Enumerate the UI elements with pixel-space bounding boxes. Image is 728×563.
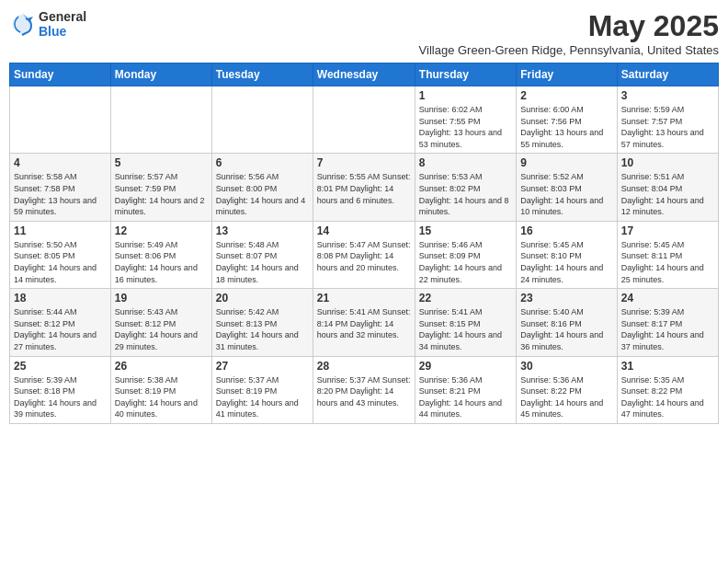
logo-text: General Blue <box>39 9 86 39</box>
day-info: Sunrise: 5:42 AM Sunset: 8:13 PM Dayligh… <box>216 306 309 352</box>
calendar-cell <box>211 86 313 154</box>
calendar-cell: 3Sunrise: 5:59 AM Sunset: 7:57 PM Daylig… <box>617 86 718 154</box>
day-info: Sunrise: 5:56 AM Sunset: 8:00 PM Dayligh… <box>216 171 309 217</box>
day-number: 27 <box>216 360 309 373</box>
day-number: 3 <box>621 89 714 102</box>
day-number: 8 <box>419 156 512 169</box>
day-info: Sunrise: 5:37 AM Sunset: 8:20 PM Dayligh… <box>317 374 411 409</box>
calendar-cell: 21Sunrise: 5:41 AM Sunset: 8:14 PM Dayli… <box>313 289 415 356</box>
calendar-cell: 23Sunrise: 5:40 AM Sunset: 8:16 PM Dayli… <box>517 289 617 356</box>
day-info: Sunrise: 5:51 AM Sunset: 8:04 PM Dayligh… <box>621 171 714 217</box>
header-tuesday: Tuesday <box>211 63 313 86</box>
calendar-cell: 11Sunrise: 5:50 AM Sunset: 8:05 PM Dayli… <box>10 221 111 288</box>
day-info: Sunrise: 5:41 AM Sunset: 8:14 PM Dayligh… <box>317 306 411 341</box>
calendar-row-5: 25Sunrise: 5:39 AM Sunset: 8:18 PM Dayli… <box>10 356 719 423</box>
day-number: 10 <box>621 156 714 169</box>
day-number: 31 <box>621 360 714 373</box>
calendar-cell: 24Sunrise: 5:39 AM Sunset: 8:17 PM Dayli… <box>617 289 718 356</box>
location-subtitle: Village Green-Green Ridge, Pennsylvania,… <box>419 43 719 57</box>
calendar-row-3: 11Sunrise: 5:50 AM Sunset: 8:05 PM Dayli… <box>10 221 719 288</box>
day-info: Sunrise: 5:50 AM Sunset: 8:05 PM Dayligh… <box>14 239 107 285</box>
calendar-cell: 10Sunrise: 5:51 AM Sunset: 8:04 PM Dayli… <box>617 154 718 221</box>
calendar-cell: 9Sunrise: 5:52 AM Sunset: 8:03 PM Daylig… <box>517 154 617 221</box>
day-number: 29 <box>419 360 512 373</box>
calendar-cell: 31Sunrise: 5:35 AM Sunset: 8:22 PM Dayli… <box>617 356 718 423</box>
calendar-cell: 7Sunrise: 5:55 AM Sunset: 8:01 PM Daylig… <box>313 154 415 221</box>
day-info: Sunrise: 5:52 AM Sunset: 8:03 PM Dayligh… <box>520 171 612 217</box>
calendar-cell: 12Sunrise: 5:49 AM Sunset: 8:06 PM Dayli… <box>110 221 211 288</box>
logo-icon <box>9 11 35 37</box>
page-header: General Blue May 2025 Village Green-Gree… <box>9 9 719 57</box>
day-info: Sunrise: 5:47 AM Sunset: 8:08 PM Dayligh… <box>317 239 411 274</box>
calendar-table: SundayMondayTuesdayWednesdayThursdayFrid… <box>9 63 719 424</box>
calendar-header-row: SundayMondayTuesdayWednesdayThursdayFrid… <box>10 63 719 86</box>
logo-general: General <box>39 9 86 24</box>
day-info: Sunrise: 5:57 AM Sunset: 7:59 PM Dayligh… <box>115 171 208 217</box>
day-number: 7 <box>317 156 411 169</box>
day-info: Sunrise: 5:53 AM Sunset: 8:02 PM Dayligh… <box>419 171 512 217</box>
day-number: 16 <box>520 224 612 237</box>
day-info: Sunrise: 5:59 AM Sunset: 7:57 PM Dayligh… <box>621 104 714 150</box>
calendar-cell: 18Sunrise: 5:44 AM Sunset: 8:12 PM Dayli… <box>10 289 111 356</box>
day-number: 6 <box>216 156 309 169</box>
calendar-row-4: 18Sunrise: 5:44 AM Sunset: 8:12 PM Dayli… <box>10 289 719 356</box>
month-title: May 2025 <box>419 9 719 43</box>
header-saturday: Saturday <box>617 63 718 86</box>
day-info: Sunrise: 5:46 AM Sunset: 8:09 PM Dayligh… <box>419 239 512 285</box>
calendar-cell <box>110 86 211 154</box>
calendar-cell: 26Sunrise: 5:38 AM Sunset: 8:19 PM Dayli… <box>110 356 211 423</box>
day-info: Sunrise: 5:38 AM Sunset: 8:19 PM Dayligh… <box>115 374 208 420</box>
calendar-cell: 6Sunrise: 5:56 AM Sunset: 8:00 PM Daylig… <box>211 154 313 221</box>
day-number: 23 <box>520 292 612 304</box>
day-info: Sunrise: 5:43 AM Sunset: 8:12 PM Dayligh… <box>115 306 208 352</box>
day-number: 17 <box>621 224 714 237</box>
day-number: 4 <box>14 156 107 169</box>
day-number: 25 <box>14 360 107 373</box>
day-number: 26 <box>115 360 208 373</box>
day-number: 12 <box>115 224 208 237</box>
day-number: 2 <box>520 89 612 102</box>
day-number: 24 <box>621 292 714 304</box>
calendar-cell: 22Sunrise: 5:41 AM Sunset: 8:15 PM Dayli… <box>415 289 516 356</box>
day-info: Sunrise: 5:37 AM Sunset: 8:19 PM Dayligh… <box>216 374 309 420</box>
calendar-row-2: 4Sunrise: 5:58 AM Sunset: 7:58 PM Daylig… <box>10 154 719 221</box>
day-number: 19 <box>115 292 208 304</box>
day-number: 15 <box>419 224 512 237</box>
day-info: Sunrise: 6:02 AM Sunset: 7:55 PM Dayligh… <box>419 104 512 150</box>
day-number: 1 <box>419 89 512 102</box>
day-info: Sunrise: 5:41 AM Sunset: 8:15 PM Dayligh… <box>419 306 512 352</box>
day-info: Sunrise: 5:35 AM Sunset: 8:22 PM Dayligh… <box>621 374 714 420</box>
day-info: Sunrise: 5:58 AM Sunset: 7:58 PM Dayligh… <box>14 171 107 217</box>
day-info: Sunrise: 5:40 AM Sunset: 8:16 PM Dayligh… <box>520 306 612 352</box>
calendar-cell <box>10 86 111 154</box>
day-number: 5 <box>115 156 208 169</box>
calendar-cell: 20Sunrise: 5:42 AM Sunset: 8:13 PM Dayli… <box>211 289 313 356</box>
calendar-cell: 5Sunrise: 5:57 AM Sunset: 7:59 PM Daylig… <box>110 154 211 221</box>
day-number: 22 <box>419 292 512 304</box>
calendar-cell: 17Sunrise: 5:45 AM Sunset: 8:11 PM Dayli… <box>617 221 718 288</box>
calendar-cell: 25Sunrise: 5:39 AM Sunset: 8:18 PM Dayli… <box>10 356 111 423</box>
calendar-cell: 28Sunrise: 5:37 AM Sunset: 8:20 PM Dayli… <box>313 356 415 423</box>
calendar-cell: 4Sunrise: 5:58 AM Sunset: 7:58 PM Daylig… <box>10 154 111 221</box>
header-thursday: Thursday <box>415 63 516 86</box>
logo-blue: Blue <box>39 24 86 39</box>
calendar-cell: 2Sunrise: 6:00 AM Sunset: 7:56 PM Daylig… <box>517 86 617 154</box>
calendar-cell: 27Sunrise: 5:37 AM Sunset: 8:19 PM Dayli… <box>211 356 313 423</box>
day-number: 21 <box>317 292 411 304</box>
day-number: 18 <box>14 292 107 304</box>
calendar-cell: 16Sunrise: 5:45 AM Sunset: 8:10 PM Dayli… <box>517 221 617 288</box>
day-info: Sunrise: 5:44 AM Sunset: 8:12 PM Dayligh… <box>14 306 107 352</box>
calendar-cell: 15Sunrise: 5:46 AM Sunset: 8:09 PM Dayli… <box>415 221 516 288</box>
logo: General Blue <box>9 9 86 39</box>
calendar-cell: 1Sunrise: 6:02 AM Sunset: 7:55 PM Daylig… <box>415 86 516 154</box>
day-info: Sunrise: 5:39 AM Sunset: 8:17 PM Dayligh… <box>621 306 714 352</box>
day-number: 20 <box>216 292 309 304</box>
header-sunday: Sunday <box>10 63 111 86</box>
header-wednesday: Wednesday <box>313 63 415 86</box>
day-info: Sunrise: 5:55 AM Sunset: 8:01 PM Dayligh… <box>317 171 411 206</box>
day-number: 9 <box>520 156 612 169</box>
day-info: Sunrise: 5:45 AM Sunset: 8:10 PM Dayligh… <box>520 239 612 285</box>
calendar-cell: 30Sunrise: 5:36 AM Sunset: 8:22 PM Dayli… <box>517 356 617 423</box>
day-info: Sunrise: 5:49 AM Sunset: 8:06 PM Dayligh… <box>115 239 208 285</box>
day-info: Sunrise: 5:36 AM Sunset: 8:22 PM Dayligh… <box>520 374 612 420</box>
